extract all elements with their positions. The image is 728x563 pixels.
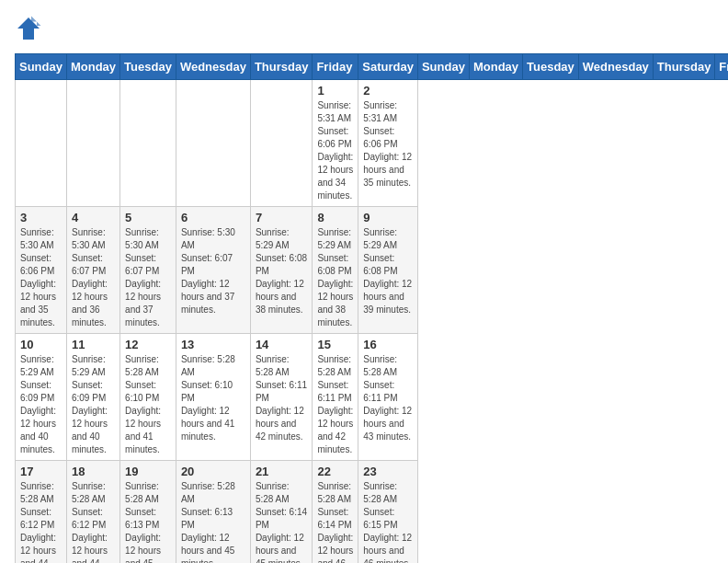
day-info: Sunrise: 5:30 AM Sunset: 6:07 PM Dayligh… <box>72 226 115 329</box>
day-number: 6 <box>181 211 245 224</box>
page-header <box>15 15 713 42</box>
col-header-wednesday: Wednesday <box>176 54 250 80</box>
calendar-cell: 5Sunrise: 5:30 AM Sunset: 6:07 PM Daylig… <box>120 207 176 334</box>
calendar-cell: 22Sunrise: 5:28 AM Sunset: 6:14 PM Dayli… <box>313 461 358 564</box>
day-info: Sunrise: 5:29 AM Sunset: 6:08 PM Dayligh… <box>317 226 353 329</box>
col-header-friday: Friday <box>313 54 358 80</box>
calendar-cell: 7Sunrise: 5:29 AM Sunset: 6:08 PM Daylig… <box>250 207 313 334</box>
day-number: 14 <box>256 338 308 351</box>
day-number: 21 <box>256 465 308 478</box>
day-number: 13 <box>181 338 245 351</box>
calendar-cell: 18Sunrise: 5:28 AM Sunset: 6:12 PM Dayli… <box>66 461 119 564</box>
logo-icon <box>15 15 42 42</box>
day-number: 19 <box>125 465 171 478</box>
calendar-cell <box>250 80 313 207</box>
calendar-week-3: 10Sunrise: 5:29 AM Sunset: 6:09 PM Dayli… <box>16 334 729 461</box>
day-number: 18 <box>72 465 115 478</box>
col-header-sunday: Sunday <box>16 54 67 80</box>
day-number: 5 <box>125 211 171 224</box>
day-number: 17 <box>20 465 62 478</box>
calendar-cell: 6Sunrise: 5:30 AM Sunset: 6:07 PM Daylig… <box>176 207 250 334</box>
day-number: 4 <box>72 211 115 224</box>
day-info: Sunrise: 5:29 AM Sunset: 6:09 PM Dayligh… <box>72 353 115 456</box>
day-number: 22 <box>317 465 353 478</box>
day-number: 15 <box>317 338 353 351</box>
calendar-cell: 8Sunrise: 5:29 AM Sunset: 6:08 PM Daylig… <box>313 207 358 334</box>
calendar-week-4: 17Sunrise: 5:28 AM Sunset: 6:12 PM Dayli… <box>16 461 729 564</box>
day-info: Sunrise: 5:28 AM Sunset: 6:12 PM Dayligh… <box>72 480 115 563</box>
calendar-cell: 15Sunrise: 5:28 AM Sunset: 6:11 PM Dayli… <box>313 334 358 461</box>
day-number: 7 <box>256 211 308 224</box>
day-info: Sunrise: 5:28 AM Sunset: 6:13 PM Dayligh… <box>125 480 171 563</box>
day-number: 2 <box>363 84 413 98</box>
svg-marker-0 <box>17 17 40 40</box>
day-info: Sunrise: 5:28 AM Sunset: 6:14 PM Dayligh… <box>256 480 308 563</box>
day-info: Sunrise: 5:31 AM Sunset: 6:06 PM Dayligh… <box>363 99 413 190</box>
calendar-cell: 19Sunrise: 5:28 AM Sunset: 6:13 PM Dayli… <box>120 461 176 564</box>
calendar-week-2: 3Sunrise: 5:30 AM Sunset: 6:06 PM Daylig… <box>16 207 729 334</box>
day-info: Sunrise: 5:31 AM Sunset: 6:06 PM Dayligh… <box>317 99 353 202</box>
day-info: Sunrise: 5:29 AM Sunset: 6:08 PM Dayligh… <box>363 226 413 316</box>
day-number: 12 <box>125 338 171 351</box>
day-info: Sunrise: 5:28 AM Sunset: 6:10 PM Dayligh… <box>181 353 245 443</box>
calendar-cell: 17Sunrise: 5:28 AM Sunset: 6:12 PM Dayli… <box>16 461 67 564</box>
calendar-table: SundayMondayTuesdayWednesdayThursdayFrid… <box>15 53 728 563</box>
calendar-cell: 12Sunrise: 5:28 AM Sunset: 6:10 PM Dayli… <box>120 334 176 461</box>
day-number: 10 <box>20 338 62 351</box>
day-number: 1 <box>317 84 353 98</box>
day-number: 9 <box>363 211 413 224</box>
calendar-cell: 9Sunrise: 5:29 AM Sunset: 6:08 PM Daylig… <box>358 207 418 334</box>
day-number: 23 <box>363 465 413 478</box>
logo <box>15 15 46 42</box>
day-number: 11 <box>72 338 115 351</box>
day-info: Sunrise: 5:28 AM Sunset: 6:13 PM Dayligh… <box>181 480 245 563</box>
calendar-cell: 16Sunrise: 5:28 AM Sunset: 6:11 PM Dayli… <box>358 334 418 461</box>
day-info: Sunrise: 5:30 AM Sunset: 6:07 PM Dayligh… <box>125 226 171 329</box>
calendar-cell <box>176 80 250 207</box>
calendar-cell <box>16 80 67 207</box>
day-info: Sunrise: 5:29 AM Sunset: 6:08 PM Dayligh… <box>256 226 308 316</box>
calendar-cell: 14Sunrise: 5:28 AM Sunset: 6:11 PM Dayli… <box>250 334 313 461</box>
col-header-saturday: Saturday <box>358 54 418 80</box>
calendar-cell: 21Sunrise: 5:28 AM Sunset: 6:14 PM Dayli… <box>250 461 313 564</box>
calendar-cell: 13Sunrise: 5:28 AM Sunset: 6:10 PM Dayli… <box>176 334 250 461</box>
calendar-cell: 11Sunrise: 5:29 AM Sunset: 6:09 PM Dayli… <box>66 334 119 461</box>
calendar-cell: 1Sunrise: 5:31 AM Sunset: 6:06 PM Daylig… <box>313 80 358 207</box>
calendar-cell: 4Sunrise: 5:30 AM Sunset: 6:07 PM Daylig… <box>66 207 119 334</box>
col-header-wednesday: Wednesday <box>578 54 653 80</box>
day-info: Sunrise: 5:28 AM Sunset: 6:14 PM Dayligh… <box>317 480 353 563</box>
day-number: 16 <box>363 338 413 351</box>
day-info: Sunrise: 5:29 AM Sunset: 6:09 PM Dayligh… <box>20 353 62 456</box>
calendar-header-row: SundayMondayTuesdayWednesdayThursdayFrid… <box>16 54 729 80</box>
calendar-week-1: 1Sunrise: 5:31 AM Sunset: 6:06 PM Daylig… <box>16 80 729 207</box>
col-header-tuesday: Tuesday <box>523 54 579 80</box>
day-info: Sunrise: 5:28 AM Sunset: 6:11 PM Dayligh… <box>317 353 353 456</box>
day-number: 20 <box>181 465 245 478</box>
calendar-cell: 3Sunrise: 5:30 AM Sunset: 6:06 PM Daylig… <box>16 207 67 334</box>
day-info: Sunrise: 5:30 AM Sunset: 6:07 PM Dayligh… <box>181 226 245 316</box>
day-number: 8 <box>317 211 353 224</box>
day-info: Sunrise: 5:28 AM Sunset: 6:15 PM Dayligh… <box>363 480 413 563</box>
day-info: Sunrise: 5:28 AM Sunset: 6:11 PM Dayligh… <box>363 353 413 443</box>
col-header-monday: Monday <box>66 54 119 80</box>
col-header-thursday: Thursday <box>653 54 715 80</box>
calendar-cell <box>66 80 119 207</box>
col-header-sunday: Sunday <box>417 54 469 80</box>
day-number: 3 <box>20 211 62 224</box>
day-info: Sunrise: 5:28 AM Sunset: 6:10 PM Dayligh… <box>125 353 171 456</box>
calendar-cell <box>120 80 176 207</box>
day-info: Sunrise: 5:28 AM Sunset: 6:11 PM Dayligh… <box>256 353 308 443</box>
col-header-monday: Monday <box>469 54 522 80</box>
calendar-cell: 2Sunrise: 5:31 AM Sunset: 6:06 PM Daylig… <box>358 80 418 207</box>
calendar-cell: 10Sunrise: 5:29 AM Sunset: 6:09 PM Dayli… <box>16 334 67 461</box>
day-info: Sunrise: 5:28 AM Sunset: 6:12 PM Dayligh… <box>20 480 62 563</box>
calendar-cell: 23Sunrise: 5:28 AM Sunset: 6:15 PM Dayli… <box>358 461 418 564</box>
col-header-tuesday: Tuesday <box>120 54 176 80</box>
col-header-thursday: Thursday <box>250 54 313 80</box>
calendar-cell: 20Sunrise: 5:28 AM Sunset: 6:13 PM Dayli… <box>176 461 250 564</box>
day-info: Sunrise: 5:30 AM Sunset: 6:06 PM Dayligh… <box>20 226 62 329</box>
col-header-friday: Friday <box>715 54 728 80</box>
